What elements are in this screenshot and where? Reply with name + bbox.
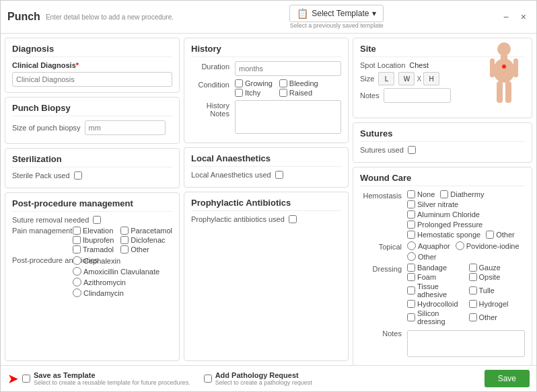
ibuprofen-checkbox[interactable] <box>73 236 81 244</box>
tramadol-checkbox[interactable] <box>73 245 81 253</box>
close-button[interactable]: × <box>517 10 530 24</box>
povidone-radio[interactable] <box>456 241 464 250</box>
hemo-diathermy: Diathermy <box>440 190 484 198</box>
body-svg <box>480 42 528 110</box>
suture-checkbox[interactable] <box>93 216 101 224</box>
bandage-cb[interactable] <box>407 264 415 272</box>
aquaphor-radio[interactable] <box>407 241 416 250</box>
middle-column: History Duration Condition Growing Bleed… <box>184 38 349 361</box>
prophylactic-checkbox[interactable] <box>289 215 297 223</box>
hemo-pressure-cb[interactable] <box>407 221 415 229</box>
diagnosis-card: Diagnosis Clinical Diagnosis* <box>5 38 180 93</box>
size-H[interactable]: H <box>423 72 439 85</box>
size-W[interactable]: W <box>398 72 415 85</box>
main-content: Diagnosis Clinical Diagnosis* Punch Biop… <box>1 34 536 365</box>
svg-rect-3 <box>490 58 495 77</box>
sutures-row: Sutures used <box>360 146 525 154</box>
svg-point-7 <box>502 65 506 69</box>
antibiotic-amoxicillin: Amoxicillin Clavulanate <box>73 267 159 276</box>
add-pathology-sub: Select to create a pathology request <box>215 379 312 386</box>
hemo-sponge-cb[interactable] <box>407 231 415 239</box>
local-used-label: Local Anaesthetics used <box>191 171 271 179</box>
minimize-button[interactable]: − <box>500 10 512 24</box>
hydrocolloid-cb[interactable] <box>407 300 415 308</box>
dress-silicon: Silicon dressing <box>407 309 464 325</box>
pain-ibuprofen: Ibuprofen <box>73 236 118 244</box>
amoxicillin-radio[interactable] <box>73 267 81 276</box>
spot-location-value: Chest <box>409 61 429 69</box>
local-used-checkbox[interactable] <box>275 171 283 179</box>
size-label-site: Size <box>360 75 374 83</box>
clindamycin-radio[interactable] <box>73 288 81 297</box>
wound-care-card: Wound Care Hemostasis None Diathermy Sil… <box>353 167 532 365</box>
save-as-template-checkbox[interactable] <box>22 375 30 383</box>
chevron-down-icon: ▾ <box>372 9 376 18</box>
diclofenac-checkbox[interactable] <box>120 236 129 244</box>
save-as-template-label: Save as Template <box>34 371 190 379</box>
site-notes-input[interactable] <box>384 88 451 103</box>
history-notes-row: History Notes <box>191 100 341 134</box>
bottom-bar: ➤ Save as Template Select to create a re… <box>1 365 536 391</box>
hemo-aluminum-cb[interactable] <box>407 210 415 219</box>
azithromycin-radio[interactable] <box>73 278 81 286</box>
hydrogel-cb[interactable] <box>469 300 477 308</box>
antibiotic-azithromycin: Azithromycin <box>73 278 126 286</box>
save-button[interactable]: Save <box>485 370 530 387</box>
duration-label: Duration <box>191 61 235 71</box>
bleeding-checkbox[interactable] <box>279 79 287 87</box>
sutures-title: Sutures <box>360 128 525 142</box>
select-template-button[interactable]: 📋 Select Template ▾ <box>289 5 384 22</box>
foam-cb[interactable] <box>407 273 415 281</box>
sterile-checkbox[interactable] <box>74 171 82 180</box>
history-notes-input[interactable] <box>235 100 341 134</box>
size-L[interactable]: L <box>378 72 394 85</box>
antibiotics-label: Post-procedure antibiotics <box>12 256 73 264</box>
tulle-cb[interactable] <box>469 286 477 295</box>
post-procedure-title: Post-procedure management <box>12 198 172 212</box>
add-pathology-checkbox[interactable] <box>204 375 212 383</box>
page-title: Punch <box>7 11 40 23</box>
gauze-cb[interactable] <box>469 264 477 272</box>
sterilization-card: Sterilization Sterile Pack used <box>5 148 180 188</box>
prophylactic-label: Prophylactic antibiotics used <box>191 215 285 223</box>
raised-checkbox[interactable] <box>279 89 287 97</box>
topical-options: Aquaphor Povidone-iodine Other <box>407 241 525 261</box>
hemo-other-cb[interactable] <box>486 231 494 239</box>
tissue-cb[interactable] <box>407 286 415 295</box>
punch-biopsy-card: Punch Biopsy Size of punch biopsy <box>5 97 180 144</box>
dress-other-cb[interactable] <box>469 313 477 321</box>
title-bar-center: 📋 Select Template ▾ Select a previously … <box>289 5 384 29</box>
growing-checkbox[interactable] <box>235 79 243 87</box>
spot-location-row: Spot Location Chest <box>360 61 471 69</box>
itchy-checkbox[interactable] <box>235 89 243 97</box>
pain-other-checkbox[interactable] <box>120 245 129 253</box>
hemo-silver: Silver nitrate <box>407 200 458 208</box>
wound-notes-input[interactable] <box>407 330 525 357</box>
elevation-checkbox[interactable] <box>73 227 81 235</box>
size-input[interactable] <box>85 120 166 135</box>
paracetamol-checkbox[interactable] <box>120 227 129 235</box>
pain-tramadol: Tramadol <box>73 245 118 253</box>
topical-other: Other <box>407 252 437 261</box>
topical-other-radio[interactable] <box>407 252 416 261</box>
dress-hydrogel: Hydrogel <box>469 300 526 308</box>
body-diagram <box>480 42 528 103</box>
add-pathology-text: Add Pathology Request Select to create a… <box>215 371 312 386</box>
sutures-checkbox[interactable] <box>408 146 416 154</box>
hemo-diathermy-cb[interactable] <box>440 190 448 198</box>
antibiotic-clindamycin: Clindamycin <box>73 288 124 297</box>
hemo-pressure: Prolonged Pressure <box>407 221 482 229</box>
silicon-cb[interactable] <box>407 313 415 321</box>
hemo-silver-cb[interactable] <box>407 200 415 208</box>
opsite-cb[interactable] <box>469 273 477 281</box>
dress-hydrocolloid: Hydrocolloid <box>407 300 464 308</box>
condition-raised: Raised <box>279 89 318 97</box>
pain-diclofenac: Diclofenac <box>120 236 172 244</box>
hemo-none-cb[interactable] <box>407 190 415 198</box>
site-notes-label: Notes <box>360 91 380 100</box>
clinical-diagnosis-input[interactable] <box>12 72 172 87</box>
main-window: Punch Enter detail below to add a new pr… <box>0 0 537 392</box>
cephalexin-radio[interactable] <box>73 256 81 265</box>
duration-input[interactable] <box>235 61 341 76</box>
pain-options: Elevation Paracetamol Ibuprofen Diclofen… <box>73 227 172 253</box>
